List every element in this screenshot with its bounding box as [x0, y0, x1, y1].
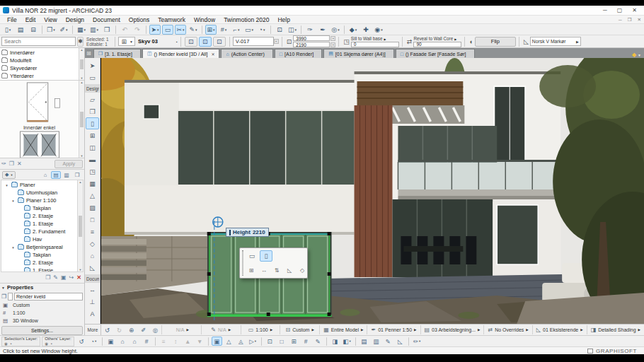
pet-door-panel-icon[interactable]: ▭: [246, 250, 258, 262]
pet-mirror-icon[interactable]: ◇: [297, 265, 308, 276]
menu-item[interactable]: Edit: [21, 16, 40, 23]
preview-scrollbar[interactable]: ▲▼: [79, 81, 84, 158]
navigator-view-map-icon[interactable]: ▤: [51, 171, 61, 179]
arrow-tool[interactable]: ➤: [86, 59, 99, 71]
toolbar-button[interactable]: [270, 25, 271, 34]
structure-display-chip[interactable]: ▦ Entire Model ▶: [319, 325, 367, 334]
toolbar-button[interactable]: [72, 25, 73, 34]
bottom-toolbar-icon[interactable]: [408, 337, 409, 346]
flip-button[interactable]: Flip: [475, 37, 516, 47]
orbit-icon[interactable]: ↺: [102, 325, 113, 334]
add-button[interactable]: ✚: [360, 25, 372, 35]
menu-item[interactable]: Document: [88, 16, 125, 23]
3d-style-chip[interactable]: ◨ Detailed Shading ▶: [587, 325, 644, 334]
annotate-button[interactable]: ✑: [304, 25, 316, 35]
property-row[interactable]: ▤ 3D Window: [1, 317, 83, 325]
library-folder-row[interactable]: Innerdører: [1, 49, 78, 57]
width-field[interactable]: [293, 35, 330, 41]
group-button[interactable]: ⊡: [274, 25, 285, 35]
navigator-publisher-icon[interactable]: ❐: [72, 171, 82, 179]
navigator-tree-item[interactable]: ▾ Betjeningsareal: [3, 243, 76, 251]
orientation-chip[interactable]: ✎ N/A ▶: [201, 325, 241, 334]
print-button[interactable]: ⊟: [28, 25, 39, 35]
navigator-tree-item[interactable]: Takplan: [3, 251, 76, 259]
view-tab[interactable]: ❐ [3. 1. Etasje]: [93, 49, 141, 58]
section-icon[interactable]: ◺: [395, 337, 406, 346]
door-tool[interactable]: ▯: [86, 117, 99, 129]
reset-icon[interactable]: ↺: [76, 337, 87, 346]
home-story-icon[interactable]: ⌂: [117, 337, 128, 346]
lock-icon[interactable]: ▪: [51, 341, 52, 346]
redline-icon[interactable]: ✎: [383, 337, 393, 346]
marquee-view-icon[interactable]: ⊞: [289, 337, 299, 346]
bottom-toolbar-icon[interactable]: [155, 337, 156, 346]
toolbox-more-label[interactable]: More: [85, 325, 101, 335]
new-folder-icon[interactable]: ▣: [61, 274, 67, 281]
slab-tool[interactable]: ◳: [86, 165, 99, 177]
zone-display-icon[interactable]: ▤: [359, 337, 369, 346]
save-button[interactable]: ▤: [15, 25, 26, 35]
markup-button[interactable]: ✒: [317, 25, 328, 35]
fly-through-icon[interactable]: ▷: [248, 337, 258, 346]
level-dimension-tool[interactable]: ⊥: [86, 296, 99, 308]
shadows-icon[interactable]: ◨: [330, 337, 340, 346]
split-button[interactable]: ✎: [188, 25, 199, 35]
minimize-button[interactable]: ─: [603, 7, 607, 14]
navigator-layout-book-icon[interactable]: ▥: [62, 171, 71, 179]
bring-forward-icon[interactable]: ▲: [183, 337, 193, 346]
library-action-icon[interactable]: ❐: [9, 160, 14, 167]
curtain-wall-tool[interactable]: ◫: [86, 141, 99, 153]
marker-dropdown[interactable]: Norsk V Markør ▶: [530, 37, 581, 46]
bottom-toolbar-icon[interactable]: [208, 337, 209, 346]
text-tool[interactable]: A: [86, 308, 99, 320]
search-settings-icon[interactable]: ✱: [77, 37, 84, 47]
partial-structure-icon[interactable]: ▥: [371, 337, 381, 346]
bottom-toolbar-icon[interactable]: [261, 337, 262, 346]
pet-elevate-icon[interactable]: ⇅: [271, 265, 282, 276]
toolbar-button[interactable]: [42, 25, 42, 34]
clone-folder-icon[interactable]: ❐: [45, 274, 50, 281]
zoom-icon[interactable]: ⊕: [126, 325, 137, 334]
look-around-icon[interactable]: ↻: [114, 325, 125, 334]
tab-overflow-button[interactable]: ◆ ▼: [629, 52, 644, 58]
anchor-option-button[interactable]: ⊡: [213, 37, 226, 47]
renovation-filter-chip[interactable]: ◺ 01 Eksisterende ▶: [532, 325, 587, 334]
modify-button[interactable]: ◆: [347, 25, 359, 35]
object-tool[interactable]: ⌂: [86, 250, 99, 262]
toolbar-button[interactable]: [115, 25, 116, 34]
anchor-option-button[interactable]: ⊡: [199, 37, 212, 47]
pick-up-parameters-button[interactable]: ✐: [58, 25, 69, 35]
stories-button[interactable]: ❒: [101, 25, 113, 35]
render-style-icon[interactable]: ◧: [342, 337, 352, 346]
perspective-icon[interactable]: △: [224, 337, 234, 346]
favorites-button[interactable]: ⊞: [205, 25, 217, 35]
morph-tool[interactable]: ◇: [86, 238, 99, 250]
menu-item[interactable]: Twinmotion 2020: [219, 16, 273, 23]
toolbox-section-document[interactable]: Docume: [85, 274, 100, 283]
show-all-icon[interactable]: ▣: [105, 337, 116, 346]
doc-minimize-icon[interactable]: ─: [619, 17, 622, 23]
properties-header[interactable]: ▼ Properties: [1, 284, 83, 291]
column-tool[interactable]: ❒: [86, 105, 99, 117]
suspend-groups-button[interactable]: ◫: [287, 25, 298, 35]
bottom-toolbar-icon[interactable]: [102, 337, 103, 346]
navigator-tree-item[interactable]: 2. Etasje: [3, 212, 76, 220]
doc-close-icon[interactable]: ✕: [638, 17, 641, 23]
navigator-project-map-icon[interactable]: ⌂: [40, 171, 50, 179]
library-folder-row[interactable]: Ytterdører: [1, 72, 78, 80]
cutaway-icon[interactable]: ⊡: [265, 337, 275, 346]
lock-icon[interactable]: ▪: [11, 341, 12, 346]
library-folder-row[interactable]: Skyvedører: [1, 64, 78, 72]
navigator-tree-item[interactable]: 1. Etasje: [3, 220, 76, 228]
expand-icon[interactable]: ▾: [11, 199, 16, 203]
pen-set-chip[interactable]: ✒ 01 Penner 1:50 ▶: [367, 325, 420, 334]
window-tool[interactable]: ⊞: [86, 129, 99, 141]
layer-name[interactable]: Skyv 03: [135, 38, 176, 45]
graphic-override-chip[interactable]: ⇄ No Overrides ▶: [483, 325, 531, 334]
3d-viewport[interactable]: Height 2210 ▭▯ ⊞↔⇅◺◇: [101, 58, 644, 324]
pet-height-edit-icon[interactable]: ▯: [260, 250, 272, 262]
element-id-field[interactable]: [233, 37, 274, 46]
shell-tool[interactable]: △: [86, 189, 99, 202]
view-tab[interactable]: ⌂ (Action Center): [221, 49, 272, 58]
send-backward-icon[interactable]: ▼: [195, 337, 205, 346]
